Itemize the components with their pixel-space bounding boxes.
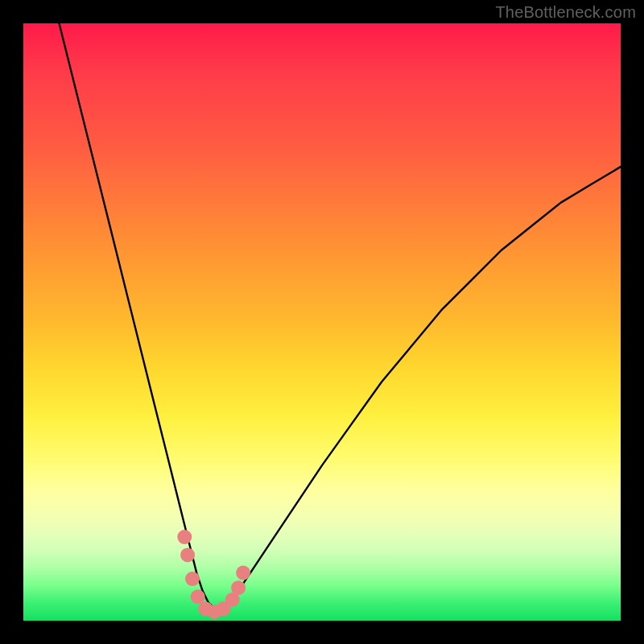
watermark-text: TheBottleneck.com bbox=[495, 3, 636, 22]
data-marker bbox=[180, 547, 195, 562]
data-marker bbox=[236, 566, 250, 580]
data-marker bbox=[177, 530, 192, 544]
data-marker bbox=[231, 580, 246, 595]
bottleneck-curve bbox=[60, 23, 621, 609]
data-marker bbox=[185, 572, 200, 586]
data-marker bbox=[191, 589, 205, 604]
chart-svg bbox=[23, 23, 621, 621]
chart-frame: TheBottleneck.com bbox=[0, 0, 644, 644]
marker-group bbox=[177, 530, 250, 619]
